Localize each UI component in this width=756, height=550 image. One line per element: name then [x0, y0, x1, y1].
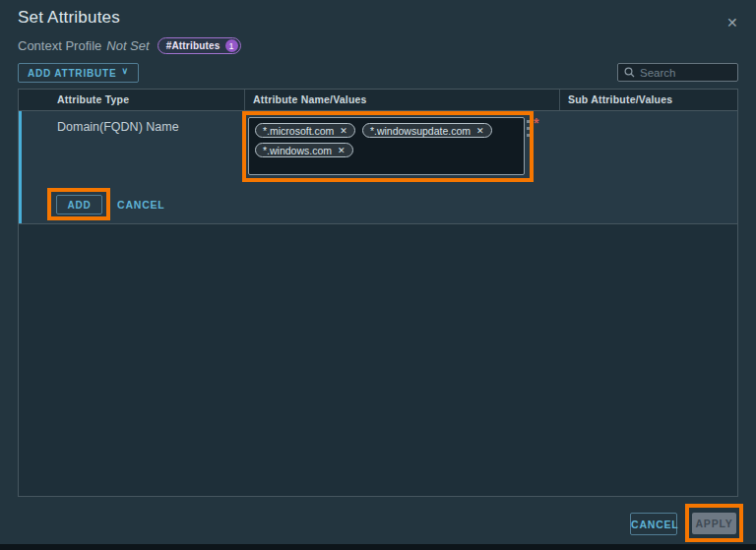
- search-icon: [624, 67, 635, 78]
- apply-button[interactable]: APPLY: [692, 513, 736, 534]
- value-tag: *.windowsupdate.com ✕: [362, 123, 492, 138]
- page-title: Set Attributes: [18, 8, 120, 28]
- remove-tag-icon[interactable]: ✕: [340, 126, 347, 136]
- dialog-bottom-edge: [0, 544, 756, 550]
- column-header-attribute-type: Attribute Type: [19, 90, 245, 110]
- add-attribute-label: ADD ATTRIBUTE: [28, 68, 116, 79]
- table-empty-area: [19, 224, 737, 496]
- table-header-row: Attribute Type Attribute Name/Values Sub…: [19, 90, 737, 111]
- table-row: Domain(FQDN) Name *.microsoft.com ✕ *.wi…: [19, 111, 737, 224]
- cancel-button[interactable]: CANCEL: [630, 513, 677, 535]
- textarea-resize-handle[interactable]: [527, 120, 530, 137]
- add-button[interactable]: ADD: [56, 195, 102, 214]
- row-selected-accent: [19, 111, 22, 223]
- search-input[interactable]: [640, 67, 731, 79]
- badge-label: #Attributes: [166, 40, 220, 51]
- value-tag-label: *.windowsupdate.com: [370, 125, 471, 137]
- value-tag: *.windows.com ✕: [255, 143, 353, 157]
- value-tag-label: *.windows.com: [263, 145, 332, 156]
- chevron-down-icon: ∨: [121, 66, 128, 76]
- context-profile-label: Context Profile: [18, 38, 101, 53]
- context-profile-value: Not Set: [106, 38, 149, 53]
- required-field-marker: *: [534, 115, 538, 131]
- remove-tag-icon[interactable]: ✕: [476, 126, 484, 136]
- attributes-count-badge[interactable]: #Attributes 1: [158, 37, 241, 54]
- value-tag-label: *.microsoft.com: [263, 125, 334, 137]
- value-tag: *.microsoft.com ✕: [255, 123, 355, 138]
- search-box[interactable]: [617, 63, 738, 82]
- close-icon[interactable]: ✕: [726, 15, 738, 31]
- attribute-values-input[interactable]: *.microsoft.com ✕ *.windowsupdate.com ✕ …: [248, 117, 525, 175]
- context-profile-line: Context Profile Not Set #Attributes 1: [18, 37, 241, 54]
- attributes-table: Attribute Type Attribute Name/Values Sub…: [18, 89, 738, 497]
- add-attribute-button[interactable]: ADD ATTRIBUTE ∨: [18, 63, 139, 83]
- column-header-sub-attribute-values: Sub Attribute/Values: [560, 90, 737, 110]
- attribute-type-value: Domain(FQDN) Name: [57, 120, 179, 134]
- badge-count: 1: [225, 39, 238, 52]
- remove-tag-icon[interactable]: ✕: [338, 146, 346, 155]
- set-attributes-dialog: Set Attributes ✕ Context Profile Not Set…: [0, 0, 756, 550]
- row-cancel-link[interactable]: CANCEL: [117, 199, 165, 211]
- column-header-attribute-name-values: Attribute Name/Values: [245, 90, 560, 110]
